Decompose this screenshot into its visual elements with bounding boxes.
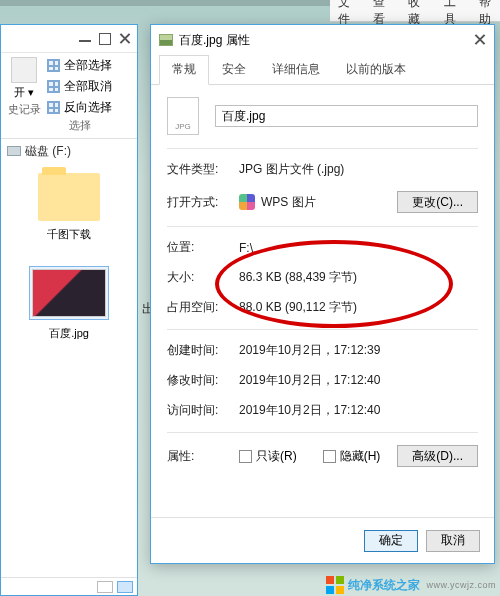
explorer-statusbar	[1, 577, 137, 595]
change-button[interactable]: 更改(C)...	[397, 191, 478, 213]
ribbon-group-label: 选择	[47, 118, 112, 133]
history-label: 史记录	[8, 102, 41, 117]
readonly-checkbox[interactable]: 只读(R)	[239, 448, 297, 465]
file-icon: JPG	[167, 97, 199, 135]
watermark-url: www.ycwjz.com	[426, 580, 496, 590]
filename-input[interactable]	[215, 105, 478, 127]
location-value: F:\	[239, 241, 253, 255]
openwith-value: WPS 图片	[261, 194, 316, 211]
properties-body: JPG 文件类型: JPG 图片文件 (.jpg) 打开方式: WPS 图片 更…	[151, 85, 494, 517]
modified-value: 2019年10月2日，17:12:40	[239, 372, 380, 389]
image-item[interactable]: 百度.jpg	[7, 266, 131, 341]
close-icon[interactable]	[119, 33, 131, 45]
ondisk-value: 88.0 KB (90,112 字节)	[239, 299, 357, 316]
folder-icon	[38, 173, 100, 221]
properties-titlebar: 百度.jpg 属性	[151, 25, 494, 55]
open-button-icon[interactable]	[11, 57, 37, 83]
wps-icon	[239, 194, 255, 210]
tab-details[interactable]: 详细信息	[259, 55, 333, 84]
accessed-value: 2019年10月2日，17:12:40	[239, 402, 380, 419]
accessed-label: 访问时间:	[167, 402, 239, 419]
explorer-titlebar	[1, 25, 137, 53]
location-text: 磁盘 (F:)	[25, 143, 71, 160]
view-thumbs-icon[interactable]	[117, 581, 133, 593]
filetype-value: JPG 图片文件 (.jpg)	[239, 161, 344, 178]
advanced-button[interactable]: 高级(D)...	[397, 445, 478, 467]
properties-close-icon[interactable]	[474, 34, 486, 46]
titlebar-image-icon	[159, 34, 173, 46]
invert-selection-button[interactable]: 反向选择	[47, 99, 112, 116]
cancel-button[interactable]: 取消	[426, 530, 480, 552]
maximize-icon[interactable]	[99, 33, 111, 45]
modified-label: 修改时间:	[167, 372, 239, 389]
properties-tabs: 常规 安全 详细信息 以前的版本	[151, 55, 494, 85]
open-button-label: 开 ▾	[14, 85, 34, 100]
explorer-ribbon: 开 ▾ 史记录 全部选择 全部取消 反向选择 选择	[1, 53, 137, 139]
image-thumbnail	[32, 269, 106, 317]
location-bar[interactable]: 磁盘 (F:)	[1, 139, 137, 163]
watermark-logo-icon	[326, 576, 344, 594]
background-menubar: 文件 查看 收藏 工具 帮助	[330, 0, 500, 22]
properties-footer: 确定 取消	[151, 517, 494, 563]
openwith-label: 打开方式:	[167, 194, 239, 211]
explorer-content: 千图下载 百度.jpg	[1, 163, 137, 577]
ondisk-label: 占用空间:	[167, 299, 239, 316]
watermark: 纯净系统之家 www.ycwjz.com	[326, 576, 496, 594]
filetype-label: 文件类型:	[167, 161, 239, 178]
location-label: 位置:	[167, 239, 239, 256]
watermark-text: 纯净系统之家	[348, 577, 420, 594]
size-label: 大小:	[167, 269, 239, 286]
tab-security[interactable]: 安全	[209, 55, 259, 84]
folder-item[interactable]: 千图下载	[7, 173, 131, 242]
properties-dialog: 百度.jpg 属性 常规 安全 详细信息 以前的版本 JPG 文件类型: JPG…	[150, 24, 495, 564]
explorer-window: 开 ▾ 史记录 全部选择 全部取消 反向选择 选择 磁盘 (F:) 千图下载 百…	[0, 24, 138, 596]
select-none-button[interactable]: 全部取消	[47, 78, 112, 95]
created-label: 创建时间:	[167, 342, 239, 359]
view-details-icon[interactable]	[97, 581, 113, 593]
select-all-button[interactable]: 全部选择	[47, 57, 112, 74]
folder-label: 千图下载	[47, 227, 91, 242]
size-value: 86.3 KB (88,439 字节)	[239, 269, 357, 286]
minimize-icon[interactable]	[79, 30, 91, 42]
hidden-checkbox[interactable]: 隐藏(H)	[323, 448, 381, 465]
tab-general[interactable]: 常规	[159, 55, 209, 85]
disk-icon	[7, 146, 21, 156]
created-value: 2019年10月2日，17:12:39	[239, 342, 380, 359]
properties-title: 百度.jpg 属性	[179, 32, 250, 49]
tab-previous[interactable]: 以前的版本	[333, 55, 419, 84]
attributes-label: 属性:	[167, 448, 239, 465]
image-label: 百度.jpg	[49, 326, 89, 341]
ok-button[interactable]: 确定	[364, 530, 418, 552]
